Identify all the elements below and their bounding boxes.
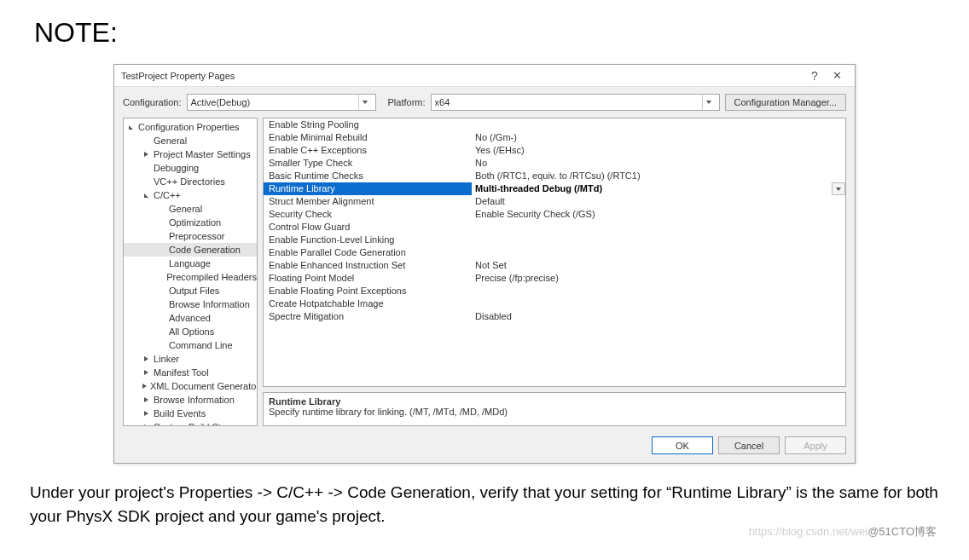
property-value[interactable]: Disabled bbox=[472, 310, 845, 323]
configuration-manager-button[interactable]: Configuration Manager... bbox=[725, 94, 846, 111]
tree-item[interactable]: Manifest Tool bbox=[124, 366, 257, 379]
config-row: Configuration: Active(Debug) Platform: x… bbox=[114, 87, 855, 118]
property-value[interactable] bbox=[472, 118, 845, 131]
property-value[interactable]: Multi-threaded Debug (/MTd) bbox=[472, 182, 845, 195]
tree-item[interactable]: Browse Information bbox=[124, 393, 257, 407]
property-row[interactable]: Enable Enhanced Instruction SetNot Set bbox=[264, 259, 845, 272]
property-row[interactable]: Spectre MitigationDisabled bbox=[264, 310, 845, 323]
tree-item-label: Preprocessor bbox=[169, 230, 224, 242]
apply-button[interactable]: Apply bbox=[785, 436, 846, 454]
property-row[interactable]: Basic Runtime ChecksBoth (/RTC1, equiv. … bbox=[264, 170, 845, 182]
property-value[interactable]: No (/Gm-) bbox=[472, 131, 845, 144]
dialog-title: TestProject Property Pages bbox=[121, 71, 804, 81]
property-value[interactable]: Not Set bbox=[472, 259, 845, 272]
tree-item[interactable]: Build Events bbox=[124, 407, 257, 420]
property-pages-dialog: TestProject Property Pages ? ✕ Configura… bbox=[113, 64, 856, 464]
tree-item[interactable]: Output Files bbox=[124, 284, 257, 297]
chevron-down-icon[interactable] bbox=[702, 95, 716, 110]
platform-combo[interactable]: x64 bbox=[431, 94, 720, 111]
property-row[interactable]: Control Flow Guard bbox=[264, 221, 845, 234]
tree-item-label: Code Generation bbox=[169, 244, 241, 256]
description-text: Specify runtime library for linking. (/M… bbox=[269, 407, 840, 417]
category-tree[interactable]: Configuration PropertiesGeneralProject M… bbox=[123, 118, 258, 426]
property-row[interactable]: Create Hotpatchable Image bbox=[264, 297, 845, 310]
property-value[interactable] bbox=[472, 246, 845, 259]
tree-item-label: Configuration Properties bbox=[138, 121, 240, 133]
tree-item[interactable]: Debugging bbox=[124, 161, 257, 175]
property-row[interactable]: Enable Parallel Code Generation bbox=[264, 246, 845, 259]
chevron-down-icon[interactable] bbox=[832, 182, 845, 195]
property-row[interactable]: Enable Minimal RebuildNo (/Gm-) bbox=[264, 131, 845, 144]
cancel-button[interactable]: Cancel bbox=[718, 436, 780, 454]
tree-item[interactable]: Configuration Properties bbox=[124, 120, 257, 134]
collapsed-icon[interactable] bbox=[142, 424, 150, 427]
property-row[interactable]: Struct Member AlignmentDefault bbox=[264, 195, 845, 208]
tree-item-label: Optimization bbox=[169, 216, 221, 228]
property-row[interactable]: Enable Floating Point Exceptions bbox=[264, 285, 845, 297]
property-value[interactable] bbox=[472, 234, 845, 246]
close-button[interactable]: ✕ bbox=[826, 69, 848, 82]
tree-item[interactable]: Code Generation bbox=[124, 243, 257, 257]
configuration-combo[interactable]: Active(Debug) bbox=[187, 94, 376, 111]
property-value[interactable]: Both (/RTC1, equiv. to /RTCsu) (/RTC1) bbox=[472, 170, 845, 182]
expanded-icon[interactable] bbox=[142, 192, 150, 199]
tree-item[interactable]: All Options bbox=[124, 325, 257, 338]
property-value[interactable] bbox=[472, 285, 845, 297]
chevron-down-icon[interactable] bbox=[358, 95, 372, 110]
tree-item[interactable]: VC++ Directories bbox=[124, 175, 257, 188]
watermark-url: https://blog.csdn.net/wei bbox=[749, 525, 867, 538]
property-row[interactable]: Enable String Pooling bbox=[264, 118, 845, 131]
tree-item[interactable]: Advanced bbox=[124, 311, 257, 325]
collapsed-icon[interactable] bbox=[142, 396, 150, 404]
tree-item[interactable]: Command Line bbox=[124, 338, 257, 352]
tree-item[interactable]: General bbox=[124, 202, 257, 216]
tree-item[interactable]: Precompiled Headers bbox=[124, 270, 257, 284]
spacer-icon bbox=[158, 274, 163, 281]
property-value[interactable]: Enable Security Check (/GS) bbox=[472, 208, 845, 221]
expanded-icon[interactable] bbox=[127, 124, 135, 131]
dialog-buttons: OK Cancel Apply bbox=[114, 431, 855, 463]
property-value[interactable]: Yes (/EHsc) bbox=[472, 144, 845, 157]
tree-item[interactable]: Language bbox=[124, 257, 257, 270]
tree-item[interactable]: Project Master Settings bbox=[124, 147, 257, 161]
tree-item-label: General bbox=[154, 135, 187, 147]
tree-item[interactable]: Linker bbox=[124, 352, 257, 366]
tree-item[interactable]: Browse Information bbox=[124, 297, 257, 311]
collapsed-icon[interactable] bbox=[142, 369, 150, 377]
property-value[interactable] bbox=[472, 221, 845, 234]
property-row[interactable]: Enable C++ ExceptionsYes (/EHsc) bbox=[264, 144, 845, 157]
property-value[interactable]: No bbox=[472, 157, 845, 170]
property-row[interactable]: Security CheckEnable Security Check (/GS… bbox=[264, 208, 845, 221]
property-grid[interactable]: Enable String PoolingEnable Minimal Rebu… bbox=[263, 118, 846, 387]
property-name: Spectre Mitigation bbox=[264, 310, 472, 323]
spacer-icon bbox=[158, 260, 165, 268]
property-row[interactable]: Runtime LibraryMulti-threaded Debug (/MT… bbox=[264, 182, 845, 195]
property-value[interactable] bbox=[472, 297, 845, 310]
tree-item[interactable]: C/C++ bbox=[124, 188, 257, 202]
tree-item-label: Project Master Settings bbox=[154, 148, 251, 160]
property-row[interactable]: Smaller Type CheckNo bbox=[264, 157, 845, 170]
tree-item-label: Linker bbox=[154, 353, 179, 365]
help-button[interactable]: ? bbox=[804, 69, 826, 83]
collapsed-icon[interactable] bbox=[142, 151, 150, 159]
property-value[interactable]: Default bbox=[472, 195, 845, 208]
tree-item[interactable]: Preprocessor bbox=[124, 229, 257, 243]
collapsed-icon[interactable] bbox=[142, 383, 147, 390]
property-row[interactable]: Enable Function-Level Linking bbox=[264, 234, 845, 246]
property-name: Enable Minimal Rebuild bbox=[264, 131, 472, 144]
titlebar: TestProject Property Pages ? ✕ bbox=[114, 65, 855, 87]
tree-item[interactable]: Custom Build Step bbox=[124, 420, 257, 426]
tree-item-label: Browse Information bbox=[169, 298, 250, 310]
property-name: Struct Member Alignment bbox=[264, 195, 472, 208]
ok-button[interactable]: OK bbox=[652, 436, 713, 454]
collapsed-icon[interactable] bbox=[142, 355, 150, 363]
spacer-icon bbox=[158, 287, 165, 295]
property-value[interactable]: Precise (/fp:precise) bbox=[472, 272, 845, 285]
tree-item[interactable]: Optimization bbox=[124, 216, 257, 229]
spacer-icon bbox=[158, 328, 165, 336]
property-row[interactable]: Floating Point ModelPrecise (/fp:precise… bbox=[264, 272, 845, 285]
dialog-body: Configuration PropertiesGeneralProject M… bbox=[114, 118, 855, 431]
tree-item[interactable]: General bbox=[124, 134, 257, 147]
tree-item[interactable]: XML Document Generator bbox=[124, 379, 257, 393]
collapsed-icon[interactable] bbox=[142, 410, 150, 418]
